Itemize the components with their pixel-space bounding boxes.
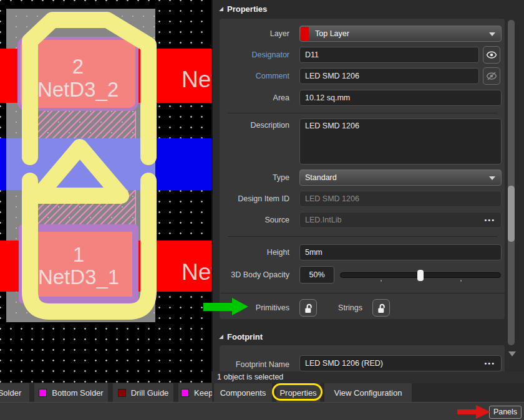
opacity-slider-thumb[interactable] — [417, 270, 424, 281]
net-label-bottom: Net — [182, 259, 211, 285]
panel-scrollbar[interactable] — [508, 20, 515, 345]
collapse-triangle-icon — [219, 335, 223, 339]
panels-button[interactable]: Panels — [489, 406, 522, 419]
layer-label: Layer — [216, 26, 289, 42]
pad-2-number: 2 — [72, 55, 84, 78]
primitives-lock-button[interactable] — [299, 299, 317, 317]
tab-view-configuration[interactable]: View Configuration — [324, 383, 412, 402]
source-value: LED.IntLib — [305, 216, 341, 224]
yellow-ellipse-annotation — [272, 383, 323, 401]
tab-bar: Solder Bottom Solder Drill Guide Keep Co… — [0, 383, 524, 402]
panel-scrollbar-thumb[interactable] — [508, 186, 515, 242]
panel-tab-label: View Configuration — [334, 388, 402, 398]
bottom-strip: Panels — [0, 402, 524, 420]
comment-visibility-button[interactable] — [483, 67, 500, 85]
footprint-name-label: Footprint Name — [216, 356, 289, 373]
properties-panel: Properties Layer Top Layer Designator D1… — [211, 0, 524, 373]
height-label: Height — [216, 244, 289, 260]
type-dropdown[interactable]: Standard — [299, 169, 502, 186]
designator-visibility-button[interactable] — [483, 46, 500, 64]
altium-pcb-editor-window: 2 NetD3_2 1 NetD3_1 Net Net — [0, 0, 524, 420]
layer-color-swatch — [39, 389, 47, 397]
pcb-canvas[interactable]: 2 NetD3_2 1 NetD3_1 Net Net — [0, 0, 211, 383]
designator-label: Designator — [216, 47, 289, 63]
layer-value: Top Layer — [315, 29, 349, 38]
description-label: Description — [216, 117, 289, 133]
chevron-down-icon — [489, 176, 495, 180]
footprint-section-header[interactable]: Footprint — [219, 329, 263, 344]
properties-section-title: Properties — [227, 4, 267, 14]
panel-tab-label: Components — [220, 388, 266, 398]
collapse-triangle-icon — [219, 7, 223, 11]
layer-tab-keepout[interactable]: Keep — [178, 383, 212, 402]
strings-lock-button[interactable] — [372, 299, 390, 317]
eye-slash-icon — [486, 70, 497, 82]
footprint-name-field[interactable]: LED SMD 1206 (RED) ••• — [299, 355, 502, 371]
pad-1-net-label: NetD3_1 — [38, 265, 119, 289]
designator-field[interactable]: D11 — [299, 47, 479, 63]
chevron-down-icon — [489, 32, 495, 36]
status-text: 1 object is selected — [217, 373, 283, 381]
pad-1-number: 1 — [73, 243, 84, 266]
layer-tab-label: Bottom Solder — [52, 388, 103, 398]
hatched-region-upper — [25, 111, 136, 138]
strings-label: Strings — [324, 299, 362, 317]
comment-label: Comment — [216, 68, 289, 84]
layer-tab-label: Keep — [194, 388, 212, 398]
opacity-slider[interactable] — [340, 272, 501, 278]
layer-tab-solder[interactable]: Solder — [0, 383, 29, 402]
layer-tab-label: Drill Guide — [131, 388, 169, 398]
layer-tab-strip: Solder Bottom Solder Drill Guide Keep — [0, 383, 212, 402]
slider-tick — [381, 280, 382, 282]
status-bar: 1 object is selected — [211, 371, 524, 383]
footprint-section-title: Footprint — [227, 332, 263, 341]
comment-field[interactable]: LED SMD 1206 — [299, 68, 479, 84]
layer-tab-label: Solder — [0, 388, 21, 398]
pad-2-net-label: NetD3_2 — [37, 78, 119, 101]
type-value: Standard — [305, 173, 337, 182]
eye-icon — [486, 49, 497, 60]
area-field: 10.12 sq.mm — [299, 90, 502, 106]
net-label-top: Net — [182, 67, 211, 92]
unlock-icon — [303, 302, 314, 314]
height-field[interactable]: 5mm — [299, 244, 502, 260]
layer-color-swatch — [301, 27, 309, 41]
red-arrow-annotation — [457, 405, 491, 419]
unlock-icon — [376, 302, 387, 314]
layer-tab-bottom-solder[interactable]: Bottom Solder — [34, 383, 108, 402]
properties-section-header[interactable]: Properties — [219, 1, 267, 16]
ellipsis-icon[interactable]: ••• — [484, 356, 495, 371]
description-field[interactable]: LED SMD 1206 — [299, 118, 502, 165]
design-item-id-field: LED SMD 1206 — [299, 191, 502, 207]
opacity-value-field[interactable]: 50% — [299, 266, 334, 284]
scroll-down-arrow-icon[interactable] — [508, 351, 516, 356]
area-label: Area — [216, 90, 289, 106]
tab-components[interactable]: Components — [214, 383, 272, 402]
type-label: Type — [216, 169, 289, 186]
layer-dropdown[interactable]: Top Layer — [299, 26, 502, 42]
green-arrow-annotation — [203, 298, 248, 315]
slider-tick — [460, 280, 462, 282]
layer-tab-drill-guide[interactable]: Drill Guide — [113, 383, 173, 402]
layer-color-swatch — [181, 389, 189, 397]
source-label: Source — [216, 212, 289, 228]
source-field[interactable]: LED.IntLib ••• — [299, 212, 502, 228]
ellipsis-icon[interactable]: ••• — [484, 212, 495, 227]
layer-color-swatch — [118, 389, 126, 397]
design-item-id-label: Design Item ID — [216, 191, 289, 207]
opacity-label: 3D Body Opacity — [216, 267, 289, 283]
panel-tab-strip: Components Properties View Configuration — [212, 383, 524, 402]
footprint-name-value: LED SMD 1206 (RED) — [305, 359, 383, 368]
